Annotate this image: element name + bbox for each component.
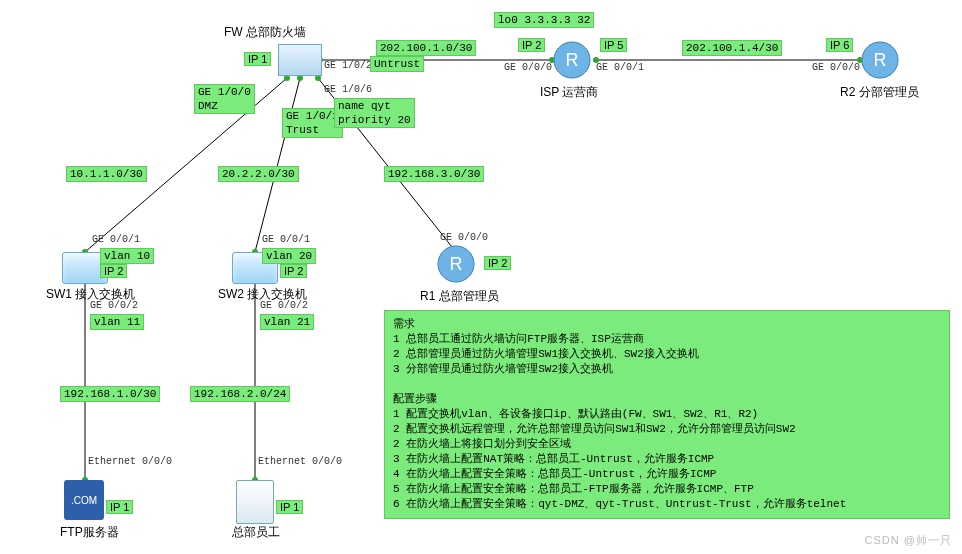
net-fw-sw2: 20.2.2.0/30 — [218, 166, 299, 182]
r1-icon: R — [436, 244, 482, 280]
net-sw2-emp: 192.168.2.0/24 — [190, 386, 290, 402]
isp-lo0: lo0 3.3.3.3 32 — [494, 12, 594, 28]
r1-ge000: GE 0/0/0 — [440, 232, 488, 243]
fw-ge102: GE 1/0/2 — [324, 60, 372, 71]
panel-step-header: 配置步骤 — [393, 393, 437, 405]
sw1-vlan11: vlan 11 — [90, 314, 144, 330]
fw-ge106: GE 1/0/6 — [324, 84, 372, 95]
svg-line-3 — [255, 78, 300, 252]
ftp-ip: IP 1 — [106, 500, 133, 514]
svg-text:R: R — [566, 50, 579, 70]
net-isp-r2: 202.100.1.4/30 — [682, 40, 782, 56]
panel-step-7: 6 在防火墙上配置安全策略：qyt-DMZ、qyt-Trust、Untrust-… — [393, 498, 846, 510]
panel-req-header: 需求 — [393, 318, 415, 330]
panel-step-4: 3 在防火墙上配置NAT策略：总部员工-Untrust，允许服务ICMP — [393, 453, 714, 465]
watermark: CSDN @帅一只 — [865, 533, 952, 548]
net-fw-sw1: 10.1.1.0/30 — [66, 166, 147, 182]
sw1-ge001: GE 0/0/1 — [92, 234, 140, 245]
r2-title: R2 分部管理员 — [840, 84, 919, 101]
isp-icon: R — [552, 40, 598, 76]
panel-step-5: 4 在防火墙上配置安全策略：总部员工-Untrust，允许服务ICMP — [393, 468, 716, 480]
ftp-title: FTP服务器 — [60, 524, 119, 541]
panel-step-2: 2 配置交换机远程管理，允许总部管理员访问SW1和SW2，允许分部管理员访问SW… — [393, 423, 796, 435]
notes-panel: 需求 1 总部员工通过防火墙访问FTP服务器、ISP运营商 2 总部管理员通过防… — [384, 310, 950, 519]
isp-title: ISP 运营商 — [540, 84, 598, 101]
sw2-ge001: GE 0/0/1 — [262, 234, 310, 245]
panel-step-3: 2 在防火墙上将接口划分到安全区域 — [393, 438, 571, 450]
sw2-ip: IP 2 — [280, 264, 307, 278]
fw-ip: IP 1 — [244, 52, 271, 66]
panel-req-2: 2 总部管理员通过防火墙管理SW1接入交换机、SW2接入交换机 — [393, 348, 699, 360]
svg-line-2 — [85, 78, 287, 252]
net-sw1-ftp: 192.168.1.0/30 — [60, 386, 160, 402]
isp-ge001: GE 0/0/1 — [596, 62, 644, 73]
sw2-vlan20: vlan 20 — [262, 248, 316, 264]
ftp-eth: Ethernet 0/0/0 — [88, 456, 172, 467]
svg-text:R: R — [450, 254, 463, 274]
panel-step-1: 1 配置交换机vlan、各设备接口ip、默认路由(FW、SW1、SW2、R1、R… — [393, 408, 758, 420]
net-fw-r1: 192.168.3.0/30 — [384, 166, 484, 182]
sw2-vlan21: vlan 21 — [260, 314, 314, 330]
isp-ge000: GE 0/0/0 — [504, 62, 552, 73]
fw-untrust: Untrust — [370, 56, 424, 72]
net-fw-isp: 202.100.1.0/30 — [376, 40, 476, 56]
sw1-ge002: GE 0/0/2 — [90, 300, 138, 311]
r1-ip: IP 2 — [484, 256, 511, 270]
isp-ip-right: IP 5 — [600, 38, 627, 52]
fw-qyt-zone: name qyt priority 20 — [334, 98, 415, 128]
sw1-vlan10: vlan 10 — [100, 248, 154, 264]
svg-text:R: R — [874, 50, 887, 70]
r2-ge000: GE 0/0/0 — [812, 62, 860, 73]
r1-title: R1 总部管理员 — [420, 288, 499, 305]
panel-step-6: 5 在防火墙上配置安全策略：总部员工-FTP服务器，允许服务ICMP、FTP — [393, 483, 754, 495]
emp-eth: Ethernet 0/0/0 — [258, 456, 342, 467]
fw-title: FW 总部防火墙 — [224, 24, 306, 41]
panel-req-3: 3 分部管理员通过防火墙管理SW2接入交换机 — [393, 363, 613, 375]
employee-title: 总部员工 — [232, 524, 280, 541]
r2-icon: R — [860, 40, 906, 76]
employee-icon — [236, 480, 274, 524]
isp-ip-left: IP 2 — [518, 38, 545, 52]
fw-icon — [278, 44, 322, 76]
ftp-icon: .COM — [64, 480, 104, 520]
fw-ge100-dmz: GE 1/0/0 DMZ — [194, 84, 255, 114]
r2-ip: IP 6 — [826, 38, 853, 52]
sw1-ip: IP 2 — [100, 264, 127, 278]
panel-req-1: 1 总部员工通过防火墙访问FTP服务器、ISP运营商 — [393, 333, 644, 345]
emp-ip: IP 1 — [276, 500, 303, 514]
sw2-ge002: GE 0/0/2 — [260, 300, 308, 311]
